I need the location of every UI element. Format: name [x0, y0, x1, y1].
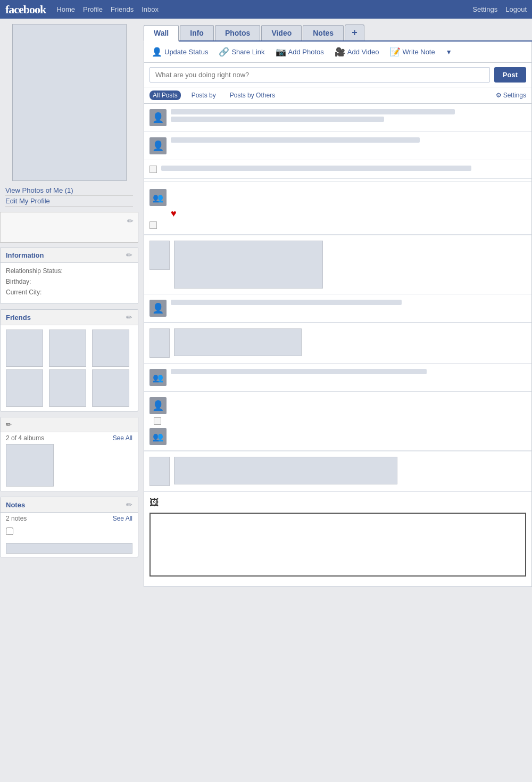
post-body-8: [171, 369, 526, 376]
notes-section: Notes ✏ 2 notes See All: [0, 497, 138, 557]
notes-checkbox[interactable]: [6, 528, 13, 535]
post-checkbox-3: [154, 417, 161, 425]
wall-post-3: [144, 160, 531, 179]
post-body-3: [161, 166, 526, 173]
notes-count: 2 notes: [6, 515, 27, 522]
post-body-2: [171, 137, 526, 145]
wall-post-2: 👤: [144, 132, 531, 160]
information-edit-icon[interactable]: ✏: [126, 251, 132, 259]
albums-header: ✏: [1, 417, 138, 432]
nav-profile[interactable]: Profile: [83, 5, 103, 13]
post-content-area-3: [174, 457, 526, 486]
add-photos-button[interactable]: 📷 Add Photos: [273, 46, 326, 58]
nav-friends[interactable]: Friends: [111, 5, 134, 13]
wall-content: 👤 👤: [144, 104, 532, 587]
status-input[interactable]: [149, 67, 490, 83]
notes-see-all[interactable]: See All: [113, 515, 132, 522]
note-text-box: [149, 513, 526, 577]
logout-link[interactable]: Logout: [505, 5, 527, 13]
profile-links: View Photos of Me (1) Edit My Profile: [0, 185, 138, 207]
information-body: Relationship Status: Birthday: Current C…: [1, 263, 138, 303]
post-avatar-1: 👤: [149, 109, 167, 126]
filter-posts-by-others[interactable]: Posts by Others: [227, 90, 278, 100]
wall-post-8: 👥: [144, 364, 531, 392]
wall-post-6: 👤: [144, 294, 531, 323]
update-status-button[interactable]: 👤 Update Status: [149, 46, 210, 58]
friend-thumb-1[interactable]: [6, 330, 43, 367]
friend-thumb-5[interactable]: [49, 369, 86, 407]
right-content: Wall Info Photos Video Notes + 👤 Update …: [144, 24, 532, 587]
post-line: [171, 137, 420, 143]
heart-icon: ♥: [171, 208, 177, 219]
action-dropdown-arrow[interactable]: ▼: [446, 48, 452, 56]
main-container: View Photos of Me (1) Edit My Profile ✏ …: [0, 24, 532, 587]
albums-section: ✏ 2 of 4 albums See All: [0, 417, 138, 491]
post-line: [171, 369, 427, 374]
friends-title: Friends: [6, 314, 31, 322]
tab-video[interactable]: Video: [261, 25, 302, 40]
friends-edit-icon[interactable]: ✏: [126, 313, 132, 322]
post-avatar-9b: 👥: [149, 428, 167, 445]
friend-thumb-2[interactable]: [49, 330, 86, 367]
information-header: Information ✏: [1, 248, 138, 263]
albums-edit-icon[interactable]: ✏: [6, 421, 12, 429]
tab-photos[interactable]: Photos: [215, 25, 260, 40]
share-link-button[interactable]: 🔗 Share Link: [217, 46, 267, 58]
note-icon: 📝: [390, 47, 401, 57]
facebook-logo: facebook: [5, 3, 46, 17]
post-avatar-6: 👤: [149, 300, 167, 317]
tab-wall[interactable]: Wall: [144, 25, 179, 42]
friend-thumb-4[interactable]: [6, 369, 43, 407]
add-video-button[interactable]: 🎥 Add Video: [332, 46, 381, 58]
view-photos-link[interactable]: View Photos of Me (1): [5, 185, 133, 196]
write-note-button[interactable]: 📝 Write Note: [388, 46, 437, 58]
status-input-area: Post: [144, 63, 532, 87]
filter-all-posts[interactable]: All Posts: [149, 90, 181, 100]
wall-post-9: 👤 👥: [144, 392, 531, 451]
notes-edit-icon[interactable]: ✏: [126, 500, 132, 509]
wall-post-1: 👤: [144, 104, 531, 132]
nav-inbox[interactable]: Inbox: [142, 5, 159, 13]
filter-bar: All Posts Posts by Posts by Others ⚙ Set…: [144, 87, 532, 104]
settings-link[interactable]: Settings: [472, 5, 497, 13]
video-icon: 🎥: [335, 47, 345, 57]
post-thumb-small-1: [149, 241, 170, 270]
user-icon: 👤: [152, 47, 162, 57]
friend-thumb-6[interactable]: [92, 369, 129, 407]
post-wide-thumb: [174, 457, 397, 484]
status-edit-icon[interactable]: ✏: [127, 217, 134, 225]
note-area: 🖼: [144, 492, 531, 587]
profile-tabs: Wall Info Photos Video Notes +: [144, 24, 532, 42]
tab-plus[interactable]: +: [345, 24, 364, 40]
edit-profile-link[interactable]: Edit My Profile: [5, 196, 133, 207]
wall-post-media-2: [144, 323, 531, 364]
albums-count: 2 of 4 albums: [6, 434, 44, 442]
birthday-row: Birthday:: [6, 278, 132, 285]
wall-post-media-1: [144, 235, 531, 294]
notes-count-row: 2 notes See All: [1, 513, 138, 524]
album-thumb[interactable]: [6, 444, 54, 487]
friends-section: Friends ✏: [0, 309, 138, 411]
post-thumb-small-2: [149, 328, 170, 358]
top-navigation: facebook Home Profile Friends Inbox Sett…: [0, 0, 532, 19]
nav-home[interactable]: Home: [56, 5, 75, 13]
right-nav-links: Settings Logout: [472, 5, 527, 13]
information-title: Information: [6, 251, 44, 259]
post-avatar-8: 👥: [149, 369, 167, 386]
post-button[interactable]: Post: [494, 67, 526, 83]
gear-icon: ⚙: [496, 92, 502, 99]
tab-notes[interactable]: Notes: [303, 25, 344, 40]
albums-see-all[interactable]: See All: [113, 434, 132, 442]
filter-settings[interactable]: ⚙ Settings: [496, 92, 526, 99]
filter-posts-by[interactable]: Posts by: [188, 90, 219, 100]
friend-thumb-3[interactable]: [92, 330, 129, 367]
tab-info[interactable]: Info: [180, 25, 214, 40]
notes-header: Notes ✏: [1, 497, 138, 513]
post-content-area-1: [174, 241, 323, 289]
post-body-6: [171, 300, 526, 307]
nav-links: Home Profile Friends Inbox: [56, 5, 159, 13]
friends-header: Friends ✏: [1, 310, 138, 325]
friends-grid: [1, 325, 138, 411]
post-body-1: [171, 109, 526, 124]
information-section: Information ✏ Relationship Status: Birth…: [0, 247, 138, 304]
